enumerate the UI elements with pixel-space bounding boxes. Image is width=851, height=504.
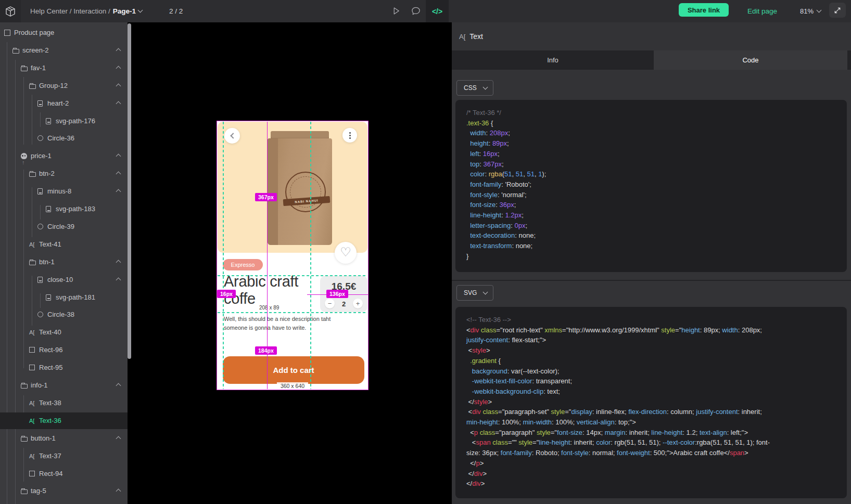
text-layer-icon: A[ — [459, 33, 465, 41]
share-link-button[interactable]: Share link — [679, 3, 729, 17]
comment-icon[interactable] — [411, 6, 421, 16]
circle-icon — [37, 224, 43, 229]
sidebar-item-heart-2[interactable]: heart-2 — [0, 95, 128, 112]
chevron-up-icon[interactable] — [116, 277, 121, 282]
device-frame[interactable]: NABI NAHUI ♡ Expresso Arabic craft coffe… — [217, 121, 368, 390]
svg-icon — [37, 100, 43, 107]
selection-size-label: 208 x 89 — [258, 305, 281, 311]
sidebar-item-info-1[interactable]: info-1 — [0, 377, 128, 394]
tab-code[interactable]: Code — [654, 50, 847, 70]
chevron-up-icon[interactable] — [116, 66, 121, 71]
code-line: top: 367px; — [466, 159, 847, 170]
chevron-up-icon[interactable] — [116, 101, 121, 106]
folder-icon — [29, 172, 36, 177]
text-icon: A[ — [29, 400, 34, 406]
code-line: font-style: 'normal'; — [466, 190, 847, 200]
text-icon: A[ — [29, 241, 34, 248]
sidebar-item-close-10[interactable]: close-10 — [0, 272, 128, 288]
sidebar-item-text-38[interactable]: A[Text-38 — [0, 395, 128, 411]
section-divider — [452, 280, 851, 281]
rect-icon — [29, 471, 35, 476]
chevron-up-icon[interactable] — [116, 260, 121, 265]
chevron-left-icon — [230, 133, 236, 138]
sidebar-item-text-41[interactable]: A[Text-41 — [0, 236, 128, 253]
text-icon: A[ — [29, 329, 34, 335]
add-to-cart-button[interactable]: Add to cart — [223, 356, 364, 384]
sidebar-item-price-1[interactable]: price-1↑ — [0, 148, 128, 164]
product-tag[interactable]: Expresso — [223, 259, 263, 270]
favorite-button[interactable]: ♡ — [335, 242, 357, 264]
edit-page-label: Edit page — [747, 7, 777, 15]
code-view-button[interactable]: </> — [426, 0, 449, 22]
sidebar-item-btn-2[interactable]: btn-2 — [0, 165, 128, 182]
chevron-up-icon[interactable] — [116, 48, 121, 53]
layer-label: button-1 — [31, 434, 56, 442]
sidebar-item-button-1[interactable]: button-1 — [0, 430, 128, 447]
chevron-up-icon[interactable] — [116, 154, 121, 159]
text-icon: A[ — [29, 418, 34, 424]
chevron-down-icon — [817, 8, 822, 13]
edit-page-link[interactable]: Edit page — [747, 0, 777, 22]
chevron-up-icon[interactable] — [116, 436, 121, 441]
layer-label: info-1 — [31, 381, 48, 389]
sidebar-item-rect-96[interactable]: Rect-96 — [0, 342, 128, 358]
layer-label: Text-40 — [39, 328, 61, 336]
code-line: -webkit-background-clip: text; — [466, 386, 847, 397]
code-line: width: 208px; — [466, 128, 847, 138]
share-link-label: Share link — [688, 6, 720, 14]
quantity-plus-button[interactable]: + — [353, 299, 363, 308]
cube-logo-icon — [4, 5, 17, 18]
sidebar-item-group-12[interactable]: Group-12 — [0, 77, 128, 94]
sidebar-scrollbar[interactable] — [128, 23, 131, 359]
layer-label: tag-5 — [31, 487, 46, 495]
chevron-up-icon[interactable] — [116, 189, 121, 195]
sidebar-item-svg-path-181[interactable]: svg-path-181 — [0, 289, 128, 306]
chevron-down-icon[interactable] — [138, 8, 143, 13]
layer-label: svg-path-181 — [56, 293, 95, 301]
svg-code-block[interactable]: <!-- Text-36 --><div class="root rich-te… — [455, 307, 847, 498]
breadcrumb[interactable]: Help Center / Interaction / Page-1 — [30, 0, 142, 22]
code-line: -webkit-text-fill-color: transparent; — [466, 376, 847, 386]
add-to-cart-label: Add to cart — [273, 366, 314, 374]
layer-label: minus-8 — [47, 187, 71, 195]
layer-label: Text-38 — [39, 399, 61, 407]
sidebar-item-screen-2[interactable]: screen-2 — [0, 42, 128, 59]
play-icon[interactable] — [391, 6, 401, 16]
chevron-up-icon[interactable] — [116, 489, 121, 494]
sidebar-item-text-36[interactable]: A[Text-36 — [0, 412, 128, 429]
sidebar-item-product page[interactable]: Product page — [0, 24, 128, 41]
css-code-block[interactable]: /* Text-36 */.text-36 { width: 208px; he… — [455, 100, 847, 272]
chevron-up-icon[interactable] — [116, 383, 121, 389]
chevron-up-icon[interactable] — [116, 83, 121, 88]
tab-info[interactable]: Info — [452, 50, 654, 70]
zoom-control[interactable]: 81% — [800, 0, 821, 22]
layer-label: btn-1 — [39, 258, 55, 266]
sidebar-item-circle-36[interactable]: Circle-36 — [0, 130, 128, 147]
back-button[interactable] — [224, 128, 240, 144]
sidebar-item-rect-95[interactable]: Rect-95 — [0, 359, 128, 376]
sidebar-item-btn-1[interactable]: btn-1 — [0, 254, 128, 270]
svg-language-dropdown[interactable]: SVG — [456, 285, 493, 301]
frame-size-label: 360 x 640 — [277, 382, 308, 390]
fullscreen-button[interactable] — [829, 3, 846, 18]
sidebar-item-svg-path-176[interactable]: svg-path-176 — [0, 113, 128, 130]
css-language-dropdown[interactable]: CSS — [456, 80, 493, 96]
app-logo[interactable] — [0, 0, 21, 22]
sidebar-item-text-40[interactable]: A[Text-40 — [0, 324, 128, 341]
guide-horizontal-bottom — [218, 312, 367, 313]
more-options-button[interactable] — [342, 128, 357, 143]
sidebar-item-rect-94[interactable]: Rect-94 — [0, 466, 128, 482]
sidebar-item-svg-path-183[interactable]: svg-path-183 — [0, 201, 128, 217]
sidebar-item-minus-8[interactable]: minus-8 — [0, 183, 128, 200]
layer-label: Product page — [14, 29, 54, 36]
sidebar-item-circle-39[interactable]: Circle-39 — [0, 218, 128, 235]
layer-label: Group-12 — [39, 82, 68, 89]
svg-icon — [46, 294, 51, 301]
chevron-up-icon[interactable] — [116, 172, 121, 177]
sidebar-item-tag-5[interactable]: tag-5 — [0, 483, 128, 499]
sidebar-item-fav-1[interactable]: fav-1 — [0, 60, 128, 76]
zoom-level: 81% — [800, 7, 814, 15]
kebab-menu-icon — [349, 135, 351, 136]
sidebar-item-text-37[interactable]: A[Text-37 — [0, 448, 128, 464]
sidebar-item-circle-38[interactable]: Circle-38 — [0, 306, 128, 323]
